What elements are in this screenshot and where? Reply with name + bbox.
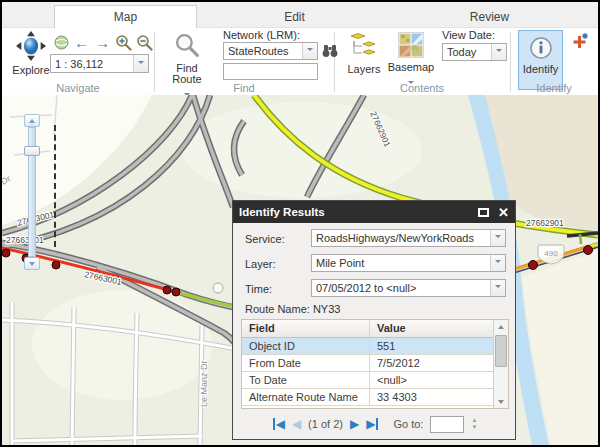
- cell-field: Alternate Route Name: [242, 389, 370, 405]
- network-combobox[interactable]: StateRoutes: [223, 42, 318, 60]
- explore-icon: [16, 31, 46, 61]
- cell-value: 33 4303: [370, 389, 508, 405]
- identify-button-label: Identify: [523, 64, 558, 75]
- back-arrow-icon: ←: [74, 35, 89, 50]
- tab-map[interactable]: Map: [54, 5, 197, 28]
- chevron-down-icon: [138, 61, 144, 67]
- view-date-combobox[interactable]: Today: [442, 43, 507, 61]
- slider-thumb[interactable]: [24, 146, 40, 156]
- cell-field: To Date: [242, 372, 370, 388]
- triangle-up-icon: [498, 322, 504, 329]
- scale-value: 1 : 36,112: [51, 58, 133, 70]
- previous-page-button[interactable]: ◀: [292, 418, 301, 430]
- explore-label: Explore: [8, 65, 54, 76]
- basemap-icon: [398, 32, 424, 58]
- scroll-down-button[interactable]: [494, 395, 508, 408]
- view-date-label: View Date:: [442, 29, 495, 41]
- street-label-le-manz-dr: Le Manz Dr: [199, 360, 209, 407]
- chevron-down-icon: [307, 48, 313, 54]
- zoom-in-button[interactable]: [114, 33, 133, 51]
- network-dropdown-button[interactable]: [302, 43, 317, 59]
- back-button[interactable]: ←: [72, 33, 91, 51]
- last-page-button[interactable]: ▶: [366, 418, 378, 430]
- chevron-down-icon: [495, 285, 501, 291]
- pagination-bar: ◀ ◀ (1 of 2) ▶ ▶ Go to: ▲ ▼: [241, 413, 509, 435]
- zoom-out-button[interactable]: [135, 33, 154, 51]
- shield-490-label: 490: [544, 249, 558, 258]
- goto-page-input[interactable]: [430, 416, 464, 433]
- green-road-tick: [580, 234, 581, 244]
- route-name-value: NY33: [313, 303, 341, 315]
- slider-tick-marks: [54, 125, 56, 247]
- scale-combobox[interactable]: 1 : 36,112: [50, 54, 149, 73]
- scale-dropdown-button[interactable]: [133, 55, 148, 72]
- cell-field: Object ID: [242, 338, 370, 354]
- forward-button[interactable]: →: [93, 33, 112, 51]
- cell-value: <null>: [370, 372, 508, 388]
- chevron-down-icon: [495, 235, 501, 241]
- network-value: StateRoutes: [224, 45, 302, 57]
- cell-value: 7/5/2012: [370, 355, 508, 371]
- search-routes-button[interactable]: [320, 42, 339, 60]
- cell-field: From Date: [242, 355, 370, 371]
- find-route-icon: [174, 32, 201, 59]
- first-page-button[interactable]: ◀: [273, 418, 285, 430]
- explore-button[interactable]: Explore: [8, 31, 54, 76]
- close-icon[interactable]: ✕: [498, 206, 509, 219]
- table-row[interactable]: From Date 7/5/2012: [242, 355, 508, 372]
- tab-review-label: Review: [470, 10, 509, 24]
- route-search-input[interactable]: [223, 63, 318, 80]
- slider-zoom-in-button[interactable]: [24, 114, 40, 127]
- map-zoom-slider[interactable]: [24, 114, 41, 270]
- layers-icon: [350, 32, 378, 60]
- zoom-in-icon: [115, 34, 132, 51]
- service-dropdown-button[interactable]: [490, 230, 505, 246]
- spinner-up-icon: ▲: [471, 418, 477, 423]
- time-label: Time:: [245, 283, 272, 295]
- tab-bar: Map Edit Review: [2, 2, 598, 28]
- route-name-row: Route Name: NY33: [245, 303, 340, 315]
- scroll-up-button[interactable]: [494, 320, 508, 333]
- time-dropdown-button[interactable]: [490, 280, 505, 296]
- crosshair-info-icon: [570, 32, 589, 51]
- next-page-button[interactable]: ▶: [350, 418, 359, 430]
- group-label-navigate: Navigate: [2, 82, 154, 94]
- table-row[interactable]: Alternate Route Name 33 4303: [242, 389, 508, 406]
- tab-edit[interactable]: Edit: [197, 5, 392, 29]
- full-extent-button[interactable]: [52, 33, 71, 51]
- layer-dropdown-button[interactable]: [490, 255, 505, 271]
- page-indicator: (1 of 2): [308, 418, 343, 430]
- triangle-up-icon: [29, 116, 35, 123]
- column-header-field: Field: [242, 320, 370, 337]
- layer-combobox[interactable]: Mile Point: [311, 254, 506, 272]
- service-value: RoadsHighways/NewYorkRoads: [312, 232, 490, 244]
- layers-button[interactable]: Layers: [343, 32, 385, 75]
- spinner-down-icon: ▼: [471, 425, 477, 430]
- tab-review[interactable]: Review: [392, 5, 587, 29]
- cell-value: 551: [370, 338, 508, 354]
- dialog-titlebar[interactable]: Identify Results ✕: [233, 201, 515, 223]
- route-shield-circle: [213, 283, 223, 293]
- chevron-down-icon: [495, 260, 501, 266]
- table-scrollbar[interactable]: [493, 320, 508, 408]
- time-value: 07/05/2012 to <null>: [312, 282, 490, 294]
- table-row[interactable]: Object ID 551: [242, 338, 508, 355]
- service-combobox[interactable]: RoadsHighways/NewYorkRoads: [311, 229, 506, 247]
- scrollbar-thumb[interactable]: [495, 335, 507, 367]
- globe-icon: [54, 35, 69, 50]
- chevron-down-icon: [496, 49, 502, 55]
- triangle-down-icon: [498, 400, 504, 407]
- identify-results-dialog: Identify Results ✕ Service: RoadsHighway…: [232, 200, 516, 440]
- route-label-27662901: 27662901: [526, 218, 564, 228]
- identify-button[interactable]: Identify: [518, 30, 563, 90]
- map-land-patch: [32, 290, 212, 400]
- slider-zoom-out-button[interactable]: [24, 257, 40, 270]
- add-identify-tool-button[interactable]: [570, 32, 589, 55]
- table-row[interactable]: To Date <null>: [242, 372, 508, 389]
- time-combobox[interactable]: 07/05/2012 to <null>: [311, 279, 506, 297]
- maximize-icon[interactable]: [478, 208, 489, 217]
- layer-label: Layer:: [245, 258, 276, 270]
- goto-spinner[interactable]: ▲ ▼: [471, 418, 477, 430]
- view-date-dropdown-button[interactable]: [491, 44, 506, 60]
- identify-icon: [529, 36, 553, 60]
